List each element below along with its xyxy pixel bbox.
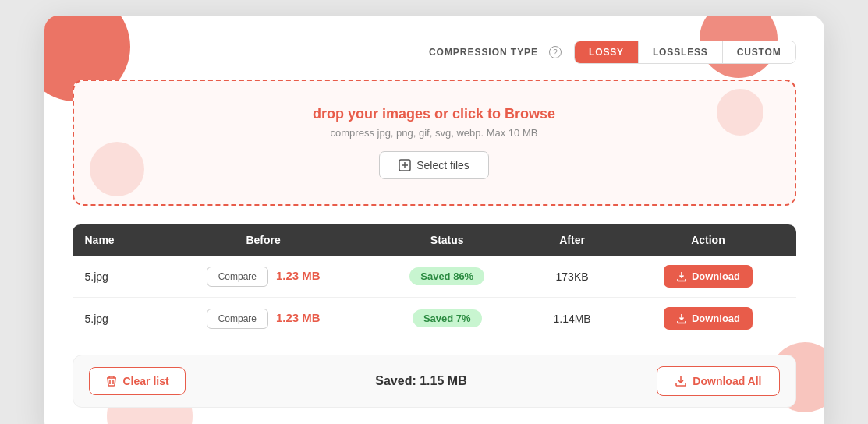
download-icon-0: [676, 271, 687, 282]
help-icon[interactable]: ?: [549, 46, 562, 58]
th-action: Action: [620, 224, 795, 256]
th-name: Name: [73, 224, 157, 256]
cell-action-1: Download: [620, 298, 795, 340]
download-icon-1: [676, 313, 687, 324]
cell-after-0: 173KB: [524, 256, 621, 298]
cell-name-0: 5.jpg: [73, 256, 157, 298]
drop-main-text: drop your images or click to Browse: [90, 106, 779, 122]
main-card: COMPRESSION TYPE ? LOSSY LOSSLESS CUSTOM…: [44, 16, 824, 424]
select-files-label: Select files: [416, 159, 469, 171]
file-table: Name Before Status After Action 5.jpg Co…: [73, 224, 796, 339]
cell-status-1: Saved 7%: [370, 298, 524, 340]
saved-text: Saved: 1.15 MB: [375, 374, 466, 388]
th-status: Status: [370, 224, 524, 256]
clear-icon: [105, 375, 118, 387]
drop-sub-text: compress jpg, png, gif, svg, webp. Max 1…: [90, 127, 779, 139]
cell-before-1: Compare 1.23 MB: [157, 298, 370, 340]
compare-button-1[interactable]: Compare: [207, 309, 268, 329]
compression-label: COMPRESSION TYPE: [429, 47, 538, 58]
drop-deco-right: [717, 89, 763, 136]
table-row: 5.jpg Compare 1.23 MB Saved 86% 173KB Do…: [73, 256, 796, 298]
cell-status-0: Saved 86%: [370, 256, 524, 298]
compression-btn-group: LOSSY LOSSLESS CUSTOM: [574, 41, 795, 64]
before-size-0: 1.23 MB: [276, 269, 321, 282]
plus-square-icon: [399, 159, 411, 171]
th-after: After: [524, 224, 621, 256]
compression-row: COMPRESSION TYPE ? LOSSY LOSSLESS CUSTOM: [73, 41, 796, 64]
clear-list-label: Clear list: [123, 375, 169, 387]
compare-button-0[interactable]: Compare: [207, 267, 268, 287]
btn-lossy[interactable]: LOSSY: [575, 41, 639, 63]
drop-zone[interactable]: drop your images or click to Browse comp…: [73, 80, 796, 206]
download-all-label: Download All: [693, 375, 761, 387]
download-button-1[interactable]: Download: [664, 307, 753, 330]
status-badge-1: Saved 7%: [413, 309, 482, 327]
cell-name-1: 5.jpg: [73, 298, 157, 340]
btn-lossless[interactable]: LOSSLESS: [639, 41, 723, 63]
table-row: 5.jpg Compare 1.23 MB Saved 7% 1.14MB Do…: [73, 298, 796, 340]
select-files-button[interactable]: Select files: [379, 151, 489, 179]
th-before: Before: [157, 224, 370, 256]
download-button-0[interactable]: Download: [664, 265, 753, 288]
footer-bar: Clear list Saved: 1.15 MB Download All: [73, 355, 796, 408]
cell-before-0: Compare 1.23 MB: [157, 256, 370, 298]
cell-after-1: 1.14MB: [524, 298, 621, 340]
download-all-button[interactable]: Download All: [657, 366, 779, 396]
drop-deco-left: [90, 142, 144, 196]
cell-action-0: Download: [620, 256, 795, 298]
table-header-row: Name Before Status After Action: [73, 224, 796, 256]
clear-list-button[interactable]: Clear list: [89, 367, 186, 395]
status-badge-0: Saved 86%: [409, 267, 484, 285]
before-size-1: 1.23 MB: [276, 311, 321, 324]
card-content: COMPRESSION TYPE ? LOSSY LOSSLESS CUSTOM…: [73, 41, 796, 408]
download-all-icon: [675, 375, 687, 387]
btn-custom[interactable]: CUSTOM: [723, 41, 795, 63]
